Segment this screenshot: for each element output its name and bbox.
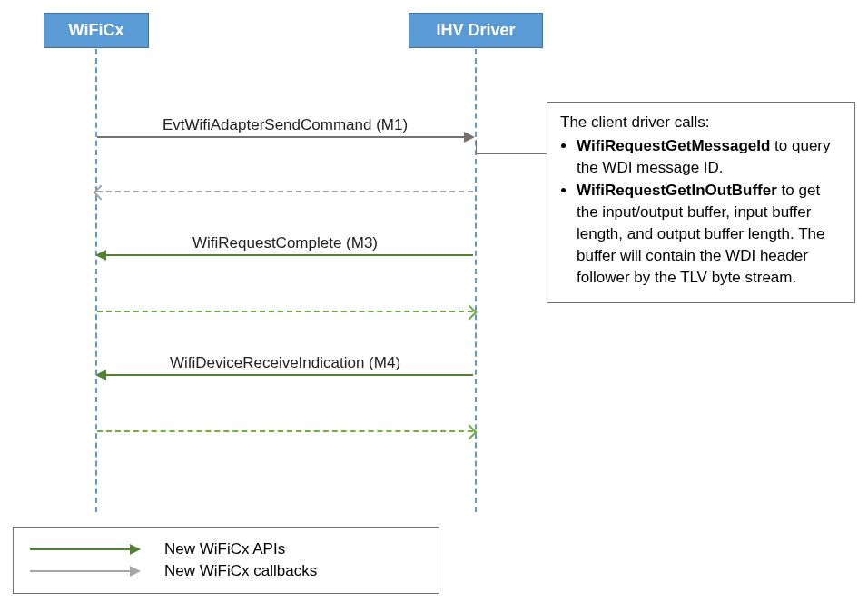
arrowhead-left-icon <box>95 250 106 261</box>
message-m4-label: WifiDeviceReceiveIndication (M4) <box>97 354 473 372</box>
arrowhead-right-icon <box>130 544 141 555</box>
message-m1: EvtWifiAdapterSendCommand (M1) <box>97 116 473 138</box>
note-item-1-bold: WifiRequestGetMessageId <box>577 137 770 154</box>
message-m4: WifiDeviceReceiveIndication (M4) <box>97 354 473 376</box>
lifeline-ihv <box>475 49 477 512</box>
arrowhead-right-icon <box>130 566 141 577</box>
message-m3-label: WifiRequestComplete (M3) <box>97 234 473 252</box>
legend: New WiFiCx APIs New WiFiCx callbacks <box>13 527 439 594</box>
message-m3-return <box>97 311 473 312</box>
message-m3: WifiRequestComplete (M3) <box>97 234 473 256</box>
actor-wificx: WiFiCx <box>44 13 149 48</box>
message-m1-label: EvtWifiAdapterSendCommand (M1) <box>97 116 473 134</box>
note-connector <box>476 140 547 154</box>
legend-arrow-gray <box>30 570 139 572</box>
note-title: The client driver calls: <box>560 112 842 133</box>
note-item-2-bold: WifiRequestGetInOutBuffer <box>577 182 777 199</box>
legend-row-apis: New WiFiCx APIs <box>30 540 422 558</box>
message-m1-return <box>97 191 473 192</box>
legend-label-callbacks: New WiFiCx callbacks <box>164 562 317 580</box>
arrowhead-right-icon <box>464 132 475 143</box>
actor-ihv: IHV Driver <box>409 13 543 48</box>
message-m4-return <box>97 430 473 432</box>
arrowhead-left-icon <box>95 370 106 380</box>
legend-label-apis: New WiFiCx APIs <box>164 540 285 558</box>
note-item-1: WifiRequestGetMessageId to query the WDI… <box>577 135 842 179</box>
note-box: The client driver calls: WifiRequestGetM… <box>547 102 855 303</box>
legend-row-callbacks: New WiFiCx callbacks <box>30 562 422 580</box>
legend-arrow-green <box>30 548 139 550</box>
note-item-2: WifiRequestGetInOutBuffer to get the inp… <box>577 180 842 288</box>
